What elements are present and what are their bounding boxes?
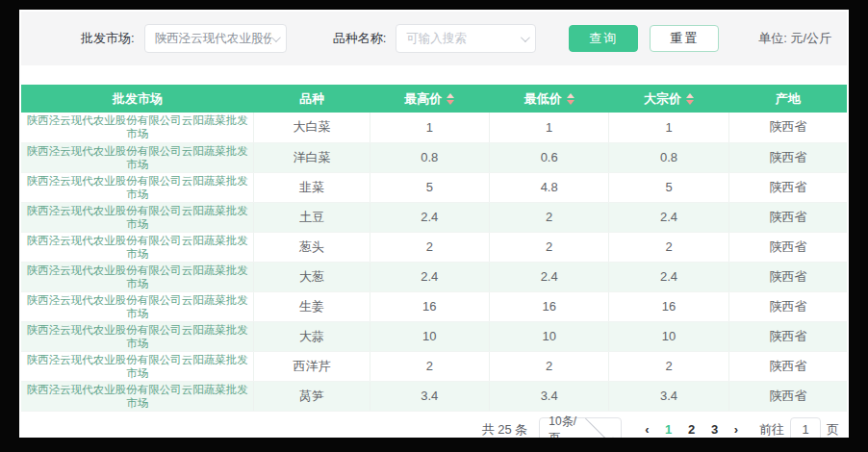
query-button[interactable]: 查询 <box>569 25 638 52</box>
cell-variety: 土豆 <box>254 202 370 232</box>
cell-market: 陕西泾云现代农业股份有限公司云阳蔬菜批发市场 <box>21 381 254 411</box>
cell-bulk: 2 <box>609 232 728 262</box>
sort-caret-icon[interactable] <box>447 93 454 105</box>
page-number-2[interactable]: 2 <box>680 422 703 437</box>
price-table: 批发市场品种最高价最低价大宗价产地 陕西泾云现代农业股份有限公司云阳蔬菜批发市场… <box>21 85 847 412</box>
table-row: 陕西泾云现代农业股份有限公司云阳蔬菜批发市场西洋芹222陕西省 <box>21 351 847 381</box>
cell-bulk: 10 <box>609 321 728 351</box>
cell-bulk: 0.8 <box>609 142 728 172</box>
goto-label: 前往 <box>759 421 784 439</box>
column-header-4[interactable]: 大宗价 <box>609 85 728 113</box>
column-header-label: 产地 <box>776 91 801 106</box>
column-header-3[interactable]: 最低价 <box>489 85 608 113</box>
column-header-label: 品种 <box>299 91 324 106</box>
column-header-label: 大宗价 <box>644 91 681 106</box>
cell-origin: 陕西省 <box>728 172 847 202</box>
cell-high: 1 <box>370 113 489 142</box>
prev-page-icon[interactable]: ‹ <box>637 422 656 437</box>
cell-high: 5 <box>370 172 489 202</box>
cell-market: 陕西泾云现代农业股份有限公司云阳蔬菜批发市场 <box>21 321 254 351</box>
cell-low: 2 <box>489 202 608 232</box>
cell-low: 2 <box>489 351 608 381</box>
column-header-2[interactable]: 最高价 <box>370 85 489 113</box>
cell-variety: 生姜 <box>254 291 370 321</box>
cell-high: 3.4 <box>370 381 489 411</box>
table-row: 陕西泾云现代农业股份有限公司云阳蔬菜批发市场生姜161616陕西省 <box>21 291 847 321</box>
cell-low: 2.4 <box>489 262 608 291</box>
column-header-0: 批发市场 <box>21 85 254 113</box>
reset-button[interactable]: 重置 <box>650 25 719 52</box>
cell-variety: 大蒜 <box>254 321 370 351</box>
goto-suffix: 页 <box>827 421 839 439</box>
column-header-5: 产地 <box>728 85 847 113</box>
table-row: 陕西泾云现代农业股份有限公司云阳蔬菜批发市场韭菜54.85陕西省 <box>21 172 847 202</box>
variety-select[interactable]: 可输入搜索 <box>396 24 536 53</box>
cell-origin: 陕西省 <box>728 262 847 291</box>
cell-low: 2 <box>489 232 608 262</box>
page-number-3[interactable]: 3 <box>703 422 727 437</box>
table-header: 批发市场品种最高价最低价大宗价产地 <box>21 85 847 113</box>
cell-low: 16 <box>489 291 608 321</box>
table-row: 陕西泾云现代农业股份有限公司云阳蔬菜批发市场大蒜101010陕西省 <box>21 321 847 351</box>
chevron-down-icon <box>271 33 281 42</box>
cell-low: 1 <box>489 113 608 142</box>
page-number-1[interactable]: 1 <box>657 422 680 437</box>
cell-origin: 陕西省 <box>728 232 847 262</box>
chevron-down-icon <box>585 414 613 438</box>
page-size-select[interactable]: 10条/页 <box>539 417 622 439</box>
cell-high: 2 <box>370 232 489 262</box>
page: 批发市场: 陕西泾云现代农业股份... 品种名称: 可输入搜索 查询 重置 单位… <box>19 10 849 438</box>
cell-variety: 洋白菜 <box>254 142 370 172</box>
cell-variety: 大白菜 <box>254 113 370 142</box>
next-page-icon[interactable]: › <box>727 422 746 437</box>
table-row: 陕西泾云现代农业股份有限公司云阳蔬菜批发市场莴笋3.43.43.4陕西省 <box>21 381 847 411</box>
cell-origin: 陕西省 <box>728 113 847 142</box>
cell-high: 2.4 <box>370 262 489 291</box>
cell-low: 4.8 <box>489 172 608 202</box>
cell-market: 陕西泾云现代农业股份有限公司云阳蔬菜批发市场 <box>21 351 254 381</box>
cell-market: 陕西泾云现代农业股份有限公司云阳蔬菜批发市场 <box>21 202 254 232</box>
market-filter-label: 批发市场: <box>81 30 135 47</box>
sort-caret-icon[interactable] <box>567 93 574 105</box>
market-select[interactable]: 陕西泾云现代农业股份... <box>144 24 287 53</box>
cell-high: 0.8 <box>370 142 489 172</box>
variety-select-placeholder: 可输入搜索 <box>406 31 521 47</box>
cell-bulk: 2.4 <box>609 202 728 232</box>
cell-market: 陕西泾云现代农业股份有限公司云阳蔬菜批发市场 <box>21 262 254 291</box>
cell-bulk: 16 <box>609 291 728 321</box>
table-row: 陕西泾云现代农业股份有限公司云阳蔬菜批发市场葱头222陕西省 <box>21 232 847 262</box>
column-header-label: 最低价 <box>524 91 562 106</box>
cell-market: 陕西泾云现代农业股份有限公司云阳蔬菜批发市场 <box>21 291 254 321</box>
cell-low: 3.4 <box>489 381 608 411</box>
cell-variety: 韭菜 <box>254 172 370 202</box>
cell-low: 0.6 <box>489 142 608 172</box>
sort-caret-icon[interactable] <box>686 93 694 105</box>
column-header-1: 品种 <box>254 85 370 113</box>
goto-page-input[interactable]: 1 <box>790 417 821 439</box>
cell-bulk: 2.4 <box>609 262 728 291</box>
chevron-down-icon <box>521 33 530 42</box>
cell-bulk: 5 <box>609 172 728 202</box>
cell-origin: 陕西省 <box>728 351 847 381</box>
table-row: 陕西泾云现代农业股份有限公司云阳蔬菜批发市场大白菜111陕西省 <box>21 113 847 142</box>
cell-variety: 葱头 <box>254 232 370 262</box>
cell-variety: 西洋芹 <box>254 351 370 381</box>
cell-bulk: 1 <box>609 113 728 142</box>
cell-market: 陕西泾云现代农业股份有限公司云阳蔬菜批发市场 <box>21 113 254 142</box>
pagination: 共 25 条 10条/页 ‹ 123 › 前往 1 页 <box>19 417 839 439</box>
cell-origin: 陕西省 <box>728 291 847 321</box>
cell-origin: 陕西省 <box>728 381 847 411</box>
cell-market: 陕西泾云现代农业股份有限公司云阳蔬菜批发市场 <box>21 142 254 172</box>
filter-bar: 批发市场: 陕西泾云现代农业股份... 品种名称: 可输入搜索 查询 重置 单位… <box>21 12 847 65</box>
variety-filter-label: 品种名称: <box>333 30 387 47</box>
table-row: 陕西泾云现代农业股份有限公司云阳蔬菜批发市场大葱2.42.42.4陕西省 <box>21 262 847 291</box>
cell-market: 陕西泾云现代农业股份有限公司云阳蔬菜批发市场 <box>21 232 254 262</box>
unit-label: 单位: 元/公斤 <box>758 30 831 47</box>
cell-bulk: 3.4 <box>609 381 728 411</box>
cell-low: 10 <box>489 321 608 351</box>
market-select-value: 陕西泾云现代农业股份... <box>155 31 271 47</box>
cell-high: 16 <box>370 291 489 321</box>
cell-origin: 陕西省 <box>728 142 847 172</box>
column-header-label: 批发市场 <box>113 91 163 106</box>
page-size-value: 10条/页 <box>549 414 581 439</box>
